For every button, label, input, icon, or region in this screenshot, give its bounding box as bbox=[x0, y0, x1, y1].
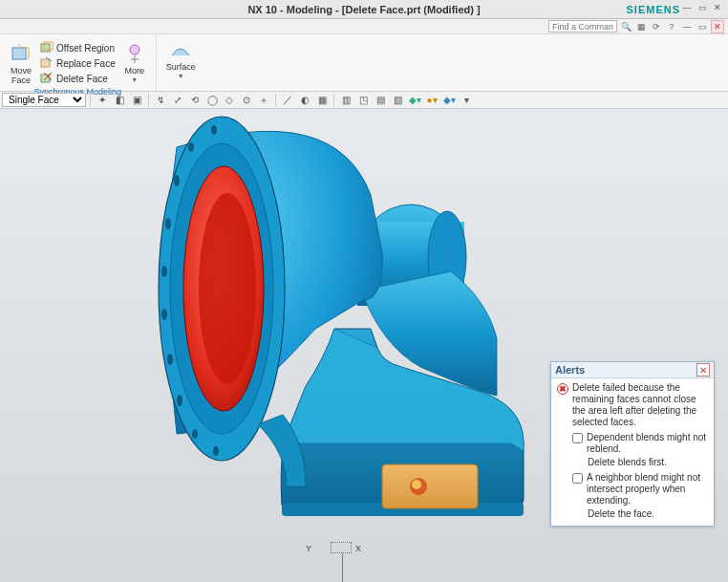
tool-icon[interactable]: ▥ bbox=[338, 93, 353, 108]
more-button[interactable]: More ▼ bbox=[118, 40, 152, 85]
offset-region-label: Offset Region bbox=[56, 43, 115, 54]
tool-icon[interactable]: ↯ bbox=[153, 93, 168, 108]
alert-check-1-label: Dependent blends might not reblend. bbox=[587, 432, 708, 455]
minimize-button[interactable]: — bbox=[680, 2, 694, 13]
alert-check-2-label: A neighbor blend might not intersect pro… bbox=[587, 472, 708, 507]
alerts-panel: Alerts ✕ ✖ Delete failed because the rem… bbox=[550, 361, 715, 527]
svg-point-23 bbox=[161, 266, 167, 277]
alert-sub-1: Delete blends first. bbox=[557, 457, 708, 468]
tool-icon[interactable]: ／ bbox=[280, 93, 295, 108]
svg-point-26 bbox=[177, 395, 182, 406]
move-face-icon bbox=[10, 42, 32, 65]
svg-point-22 bbox=[165, 218, 171, 229]
x-axis-label: X bbox=[355, 544, 361, 553]
replace-face-label: Replace Face bbox=[56, 58, 116, 69]
tool-icon[interactable]: ▤ bbox=[373, 93, 388, 108]
offset-region-icon bbox=[40, 41, 54, 54]
brand-label: SIEMENS bbox=[626, 4, 680, 15]
tool-icon[interactable]: ◇ bbox=[222, 93, 237, 108]
svg-point-27 bbox=[192, 429, 198, 439]
replace-face-icon bbox=[40, 56, 54, 70]
tool-icon[interactable]: ◆▾ bbox=[441, 93, 457, 108]
alert-sub-2: Delete the face. bbox=[557, 508, 708, 520]
svg-point-7 bbox=[130, 45, 139, 54]
find-command-input[interactable] bbox=[548, 20, 617, 32]
svg-point-21 bbox=[174, 175, 180, 186]
tool-icon[interactable]: ◯ bbox=[204, 93, 220, 108]
more-label: More bbox=[124, 66, 144, 75]
tool-icon[interactable]: ⊙ bbox=[239, 93, 254, 108]
svg-rect-1 bbox=[41, 44, 50, 52]
tool-icon[interactable]: ▣ bbox=[129, 93, 144, 108]
mdi-minimize-button[interactable]: — bbox=[680, 20, 694, 33]
svg-point-18 bbox=[199, 193, 256, 384]
tool-icon[interactable]: ⟲ bbox=[187, 93, 203, 108]
alerts-close-button[interactable]: ✕ bbox=[696, 363, 710, 377]
svg-point-11 bbox=[412, 480, 421, 489]
tool-icon[interactable]: ▦ bbox=[314, 93, 330, 108]
window-buttons: — ▭ ✕ bbox=[680, 2, 724, 13]
offset-region-button[interactable]: Offset Region bbox=[38, 40, 118, 55]
alert-check-2[interactable] bbox=[572, 473, 583, 484]
alert-check-1[interactable] bbox=[572, 433, 583, 443]
tool-icon[interactable]: ▾ bbox=[459, 93, 474, 108]
svg-rect-0 bbox=[12, 48, 26, 59]
svg-point-24 bbox=[161, 309, 167, 320]
svg-rect-3 bbox=[41, 59, 50, 67]
mdi-close-button[interactable]: ✕ bbox=[711, 20, 724, 33]
replace-face-button[interactable]: Replace Face bbox=[38, 55, 118, 71]
tool-icon[interactable]: ●▾ bbox=[424, 93, 439, 108]
svg-point-19 bbox=[211, 125, 217, 135]
selection-filter-select[interactable]: Single Face bbox=[2, 93, 86, 107]
tool-icon[interactable]: ▧ bbox=[390, 93, 405, 108]
more-icon bbox=[123, 42, 146, 65]
y-axis-label: Y bbox=[306, 544, 311, 553]
close-button[interactable]: ✕ bbox=[711, 2, 724, 13]
alerts-title: Alerts bbox=[555, 364, 585, 376]
delete-face-icon bbox=[40, 72, 54, 85]
svg-point-28 bbox=[213, 446, 219, 456]
selection-bar: Single Face ✦ ◧ ▣ ↯ ⤢ ⟲ ◯ ◇ ⊙ ＋ ／ ◐ ▦ ▥ … bbox=[0, 92, 728, 109]
search-icon[interactable]: 🔍 bbox=[619, 20, 632, 33]
svg-rect-9 bbox=[382, 464, 478, 508]
help-icon[interactable]: ? bbox=[665, 20, 678, 33]
ribbon: Move Face Offset Region Replace Face Del… bbox=[0, 34, 728, 92]
surface-button[interactable]: Surface ▼ bbox=[161, 36, 202, 81]
svg-point-25 bbox=[167, 354, 173, 365]
alert-main-message: Delete failed because the remaining face… bbox=[572, 382, 708, 428]
tool-icon[interactable]: ＋ bbox=[256, 93, 271, 108]
surface-icon bbox=[169, 38, 192, 61]
chevron-down-icon: ▼ bbox=[178, 73, 184, 79]
move-face-button[interactable]: Move Face bbox=[4, 40, 38, 87]
tool-icon[interactable]: ◐ bbox=[297, 93, 312, 108]
layout-icon[interactable]: ▦ bbox=[634, 20, 648, 33]
tool-icon[interactable]: ◆▾ bbox=[407, 93, 422, 108]
maximize-button[interactable]: ▭ bbox=[696, 2, 709, 13]
tool-icon[interactable]: ⤢ bbox=[170, 93, 185, 108]
tool-icon[interactable]: ✦ bbox=[95, 93, 110, 108]
restore-icon[interactable]: ⟳ bbox=[650, 20, 663, 33]
command-bar: 🔍 ▦ ⟳ ? — ▭ ✕ bbox=[0, 19, 728, 34]
viewport[interactable]: Y X Z Alerts ✕ ✖ Delete failed because t… bbox=[0, 109, 728, 582]
chevron-down-icon: ▼ bbox=[131, 76, 138, 83]
tool-icon[interactable]: ◧ bbox=[112, 93, 127, 108]
window-title: NX 10 - Modeling - [Delete Face.prt (Mod… bbox=[247, 4, 480, 15]
delete-face-button[interactable]: Delete Face bbox=[38, 71, 118, 86]
move-face-label: Move Face bbox=[11, 66, 32, 85]
tool-icon[interactable]: ◳ bbox=[355, 93, 371, 108]
title-bar: NX 10 - Modeling - [Delete Face.prt (Mod… bbox=[0, 0, 728, 19]
error-icon: ✖ bbox=[557, 383, 568, 395]
delete-face-label: Delete Face bbox=[56, 74, 108, 84]
mdi-maximize-button[interactable]: ▭ bbox=[696, 20, 709, 33]
svg-point-20 bbox=[188, 142, 194, 152]
surface-label: Surface bbox=[166, 62, 196, 72]
